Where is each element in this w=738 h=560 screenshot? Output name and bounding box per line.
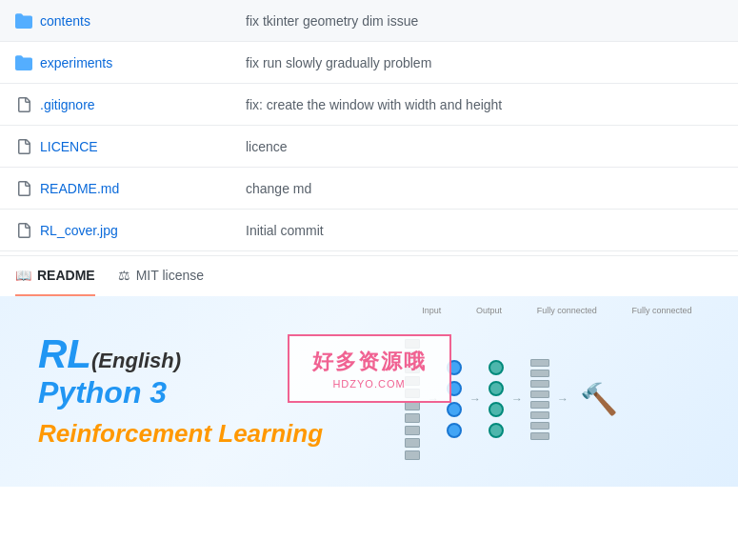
file-name[interactable]: README.md: [40, 181, 230, 196]
arrow-2: →: [469, 392, 481, 406]
rl-english: (English): [91, 349, 181, 373]
tab-mit-label: MIT license: [136, 268, 204, 283]
rl-python: Python 3: [38, 374, 323, 410]
diagram-main: → → →: [395, 321, 719, 477]
label-fc1: Fully connected: [537, 306, 597, 315]
label-fc2: Fully connected: [632, 306, 692, 315]
label-output: Output: [476, 306, 502, 315]
file-row[interactable]: .gitignore fix: create the window with w…: [0, 84, 738, 126]
book-icon: 📖: [15, 268, 31, 283]
folder-icon: [15, 12, 32, 30]
folder-icon: [15, 54, 32, 71]
diagram-labels: Input Output Fully connected Fully conne…: [395, 306, 719, 315]
file-name[interactable]: experiments: [40, 55, 230, 70]
hidden-col-2: [489, 360, 504, 438]
rl-title-main: RL: [38, 334, 91, 374]
file-name[interactable]: .gitignore: [40, 97, 230, 112]
file-doc-icon: [15, 138, 32, 155]
readme-cover-image: RL (English) Python 3 Reinforcement Lear…: [0, 296, 738, 487]
rl-subtitle: Reinforcement Learning: [38, 419, 323, 449]
input-col: [405, 339, 420, 460]
commit-message: fix tkinter geometry dim issue: [246, 13, 723, 29]
output-col: [530, 359, 549, 440]
file-row[interactable]: contents fix tkinter geometry dim issue: [0, 0, 738, 42]
arrow-3: →: [511, 392, 523, 406]
readme-section: 好多资源哦 HDZYO.COM RL (English) Python 3 Re…: [0, 296, 738, 487]
commit-message: fix run slowly gradually problem: [246, 55, 723, 70]
tab-mit[interactable]: ⚖ MIT license: [118, 256, 204, 296]
file-doc-icon: [15, 222, 32, 239]
commit-message: fix: create the window with width and he…: [246, 97, 723, 112]
file-name[interactable]: contents: [40, 13, 230, 29]
hammer-icon: 🔨: [580, 381, 618, 417]
commit-message: licence: [246, 139, 723, 154]
file-row[interactable]: LICENCE licence: [0, 126, 738, 168]
balance-icon: ⚖: [118, 268, 130, 283]
tab-readme[interactable]: 📖 README: [15, 256, 95, 296]
label-input: Input: [422, 306, 441, 315]
hidden-col-1: [447, 360, 462, 438]
file-list: contents fix tkinter geometry dim issue …: [0, 0, 738, 251]
file-name[interactable]: LICENCE: [40, 139, 230, 154]
tab-readme-label: README: [37, 268, 95, 283]
rl-title-row: RL (English): [38, 334, 323, 374]
file-doc-icon: [15, 96, 32, 113]
nn-diagram: Input Output Fully connected Fully conne…: [395, 306, 719, 477]
file-row[interactable]: experiments fix run slowly gradually pro…: [0, 42, 738, 84]
commit-message: change md: [246, 181, 723, 196]
title-area: RL (English) Python 3 Reinforcement Lear…: [38, 334, 323, 448]
file-row[interactable]: README.md change md: [0, 168, 738, 210]
commit-message: Initial commit: [246, 223, 723, 238]
arrow-4: →: [557, 392, 568, 406]
file-row[interactable]: RL_cover.jpg Initial commit: [0, 210, 738, 251]
file-doc-icon: [15, 180, 32, 197]
arrow-1: →: [428, 392, 439, 406]
tabs-section: 📖 README ⚖ MIT license: [0, 255, 738, 296]
file-name[interactable]: RL_cover.jpg: [40, 223, 230, 238]
